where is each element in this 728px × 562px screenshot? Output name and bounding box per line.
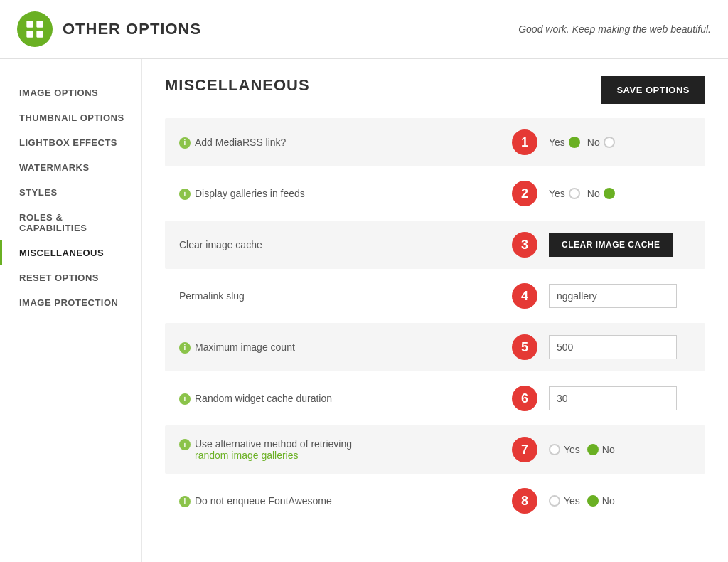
sidebar-item-reset-options[interactable]: RESET OPTIONS: [0, 265, 141, 290]
header: OTHER OPTIONS Good work. Keep making the…: [0, 0, 728, 59]
info-icon-alternative-method: i: [179, 439, 191, 450]
header-tagline: Good work. Keep making the web beautiful…: [518, 23, 711, 35]
step-badge-5: 5: [512, 334, 537, 360]
svg-rect-3: [36, 31, 43, 37]
sidebar: IMAGE OPTIONS THUMBNAIL OPTIONS LIGHTBOX…: [0, 59, 142, 562]
info-icon-random-widget-cache: i: [179, 393, 191, 405]
step-badge-2: 2: [512, 181, 537, 206]
random-widget-cache-input[interactable]: [549, 386, 677, 410]
main-content: MISCELLANEOUS SAVE OPTIONS i Add MediaRS…: [142, 59, 728, 562]
permalink-slug-input[interactable]: [549, 284, 677, 308]
option-label-permalink-slug: Permalink slug: [179, 290, 500, 302]
radio-no-alternative-method[interactable]: No: [587, 444, 615, 455]
radio-yes-alternative-method[interactable]: Yes: [549, 444, 580, 455]
option-row-random-widget-cache: i Random widget cache duration 6: [165, 374, 705, 423]
sidebar-item-roles-capabilities[interactable]: ROLES & CAPABILITIES: [0, 205, 141, 240]
step-badge-4: 4: [512, 283, 537, 309]
no-label-7: No: [602, 444, 615, 455]
radio-dot-no-mediarss[interactable]: [604, 137, 615, 148]
option-control-mediarss: Yes No: [549, 137, 691, 148]
yes-label-2: Yes: [549, 188, 565, 199]
radio-yes-fontawesome[interactable]: Yes: [549, 495, 580, 507]
radio-dot-yes-alternative-method[interactable]: [549, 444, 560, 455]
svg-rect-0: [26, 21, 33, 27]
step-badge-3: 3: [512, 232, 537, 258]
step-badge-6: 6: [512, 386, 537, 411]
radio-group-fontawesome: Yes No: [549, 495, 615, 507]
option-row-mediarss: i Add MediaRSS link? 1 Yes No: [165, 118, 705, 166]
yes-label-7: Yes: [564, 444, 580, 455]
option-row-permalink-slug: Permalink slug 4: [165, 272, 705, 320]
sidebar-item-watermarks[interactable]: WATERMARKS: [0, 155, 141, 180]
no-label-2: No: [587, 188, 600, 199]
radio-dot-yes-galleries-feeds[interactable]: [569, 188, 580, 199]
radio-group-alternative-method: Yes No: [549, 444, 615, 455]
step-badge-8: 8: [512, 488, 537, 514]
radio-no-fontawesome[interactable]: No: [587, 495, 615, 507]
radio-group-mediarss: Yes No: [549, 137, 615, 148]
radio-dot-yes-mediarss[interactable]: [569, 137, 580, 148]
radio-group-galleries-feeds: Yes No: [549, 188, 615, 199]
body-layout: IMAGE OPTIONS THUMBNAIL OPTIONS LIGHTBOX…: [0, 59, 728, 562]
info-icon-mediarss: i: [179, 137, 191, 149]
option-control-random-widget-cache: [549, 386, 691, 410]
label-multiline-alternative-method: Use alternative method of retrieving ran…: [195, 438, 352, 461]
sidebar-item-miscellaneous[interactable]: MISCELLANEOUS: [0, 240, 141, 265]
info-icon-max-image-count: i: [179, 342, 191, 354]
max-image-count-input[interactable]: [549, 335, 677, 359]
radio-dot-no-fontawesome[interactable]: [587, 495, 599, 507]
sidebar-item-lightbox-effects[interactable]: LIGHTBOX EFFECTS: [0, 130, 141, 155]
option-label-mediarss: i Add MediaRSS link?: [179, 137, 500, 149]
radio-no-galleries-feeds[interactable]: No: [587, 188, 615, 199]
option-row-fontawesome: i Do not enqueue FontAwesome 8 Yes No: [165, 477, 705, 525]
option-control-clear-cache: CLEAR IMAGE CACHE: [549, 233, 691, 257]
option-label-text-mediarss: Add MediaRSS link?: [195, 137, 286, 148]
step-badge-1: 1: [512, 129, 537, 155]
option-control-alternative-method: Yes No: [549, 444, 691, 455]
option-control-max-image-count: [549, 335, 691, 359]
info-icon-fontawesome: i: [179, 496, 191, 507]
main-header: MISCELLANEOUS SAVE OPTIONS: [165, 76, 705, 104]
option-label-text-random-widget-cache: Random widget cache duration: [195, 393, 332, 404]
option-label-text-fontawesome: Do not enqueue FontAwesome: [195, 495, 332, 507]
sidebar-item-image-options[interactable]: IMAGE OPTIONS: [0, 80, 141, 105]
option-label-text-alternative-method-line2: random image galleries: [195, 450, 352, 461]
option-label-text-alternative-method-line1: Use alternative method of retrieving: [195, 438, 352, 450]
clear-image-cache-button[interactable]: CLEAR IMAGE CACHE: [549, 233, 673, 257]
page-title: MISCELLANEOUS: [165, 76, 310, 95]
option-control-galleries-feeds: Yes No: [549, 188, 691, 199]
option-control-fontawesome: Yes No: [549, 495, 691, 507]
option-label-text-galleries-feeds: Display galleries in feeds: [195, 188, 305, 199]
header-left: OTHER OPTIONS: [17, 11, 201, 47]
option-label-galleries-feeds: i Display galleries in feeds: [179, 188, 500, 200]
radio-dot-yes-fontawesome[interactable]: [549, 495, 560, 507]
radio-yes-galleries-feeds[interactable]: Yes: [549, 188, 580, 199]
svg-rect-1: [36, 21, 43, 27]
svg-rect-2: [26, 31, 33, 37]
radio-dot-no-alternative-method[interactable]: [587, 444, 599, 455]
radio-dot-no-galleries-feeds[interactable]: [604, 188, 615, 199]
app-title: OTHER OPTIONS: [63, 20, 201, 38]
sidebar-item-styles[interactable]: STYLES: [0, 180, 141, 205]
sidebar-item-thumbnail-options[interactable]: THUMBNAIL OPTIONS: [0, 105, 141, 130]
option-label-random-widget-cache: i Random widget cache duration: [179, 393, 500, 405]
option-row-galleries-feeds: i Display galleries in feeds 2 Yes No: [165, 169, 705, 218]
option-control-permalink-slug: [549, 284, 691, 308]
option-label-text-permalink-slug: Permalink slug: [179, 290, 245, 302]
radio-no-mediarss[interactable]: No: [587, 137, 615, 148]
option-label-clear-cache: Clear image cache: [179, 239, 500, 250]
logo: [17, 11, 53, 47]
option-label-text-max-image-count: Maximum image count: [195, 341, 295, 353]
option-label-max-image-count: i Maximum image count: [179, 341, 500, 354]
yes-label-1: Yes: [549, 137, 565, 148]
no-label-8: No: [602, 495, 615, 507]
yes-label-8: Yes: [564, 495, 580, 507]
radio-yes-mediarss[interactable]: Yes: [549, 137, 580, 148]
page-wrapper: OTHER OPTIONS Good work. Keep making the…: [0, 0, 728, 562]
sidebar-item-image-protection[interactable]: IMAGE PROTECTION: [0, 290, 141, 315]
logo-icon: [25, 19, 45, 39]
save-options-button[interactable]: SAVE OPTIONS: [601, 76, 705, 104]
option-label-fontawesome: i Do not enqueue FontAwesome: [179, 495, 500, 507]
no-label-1: No: [587, 137, 600, 148]
option-label-alternative-method: i Use alternative method of retrieving r…: [179, 438, 500, 461]
